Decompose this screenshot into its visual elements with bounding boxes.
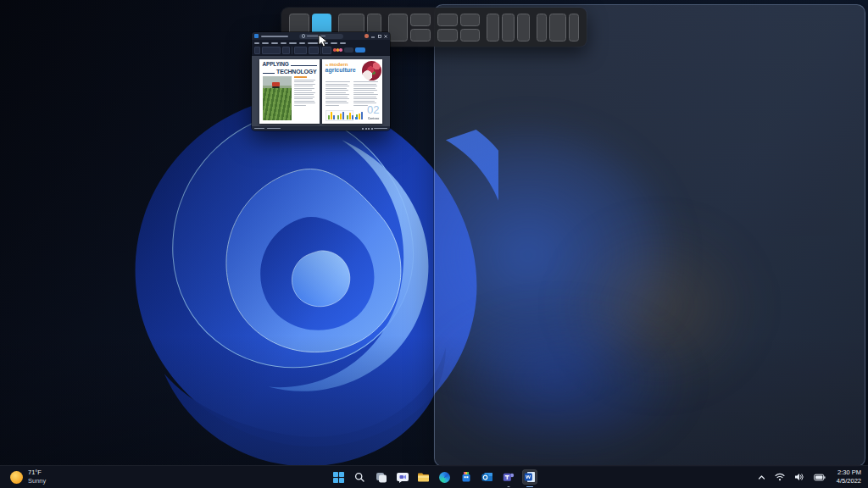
chevron-up-icon [758, 474, 765, 480]
taskbar-chat-button[interactable] [395, 469, 410, 485]
snap-cell-bottom-right[interactable] [460, 29, 481, 42]
page2-column-1-text [326, 81, 352, 107]
tray-volume-button[interactable] [793, 471, 806, 483]
taskbar-teams-button[interactable] [501, 469, 516, 485]
snap-cell-top-left[interactable] [437, 14, 458, 26]
snap-cell-top-right[interactable] [460, 14, 481, 26]
page2-bar-chart [326, 110, 353, 121]
edge-browser-icon [439, 472, 450, 483]
snap-cell-left-third[interactable] [487, 14, 499, 42]
presence-avatar-pink [339, 48, 342, 52]
weather-condition: Sunny [28, 477, 46, 485]
speaker-icon [794, 473, 804, 481]
search-icon [354, 472, 365, 483]
taskbar-file-explorer-button[interactable] [416, 469, 431, 485]
share-button[interactable] [355, 47, 365, 53]
tray-chevron-up-button[interactable] [756, 473, 767, 482]
taskbar-outlook-button[interactable] [480, 469, 495, 485]
taskbar-edge-button[interactable] [437, 469, 453, 485]
taskbar-store-button[interactable] [459, 469, 474, 485]
tray-wifi-button[interactable] [773, 471, 787, 483]
teams-icon [503, 471, 515, 483]
weather-temperature: 71°F [28, 469, 46, 477]
outlook-icon [481, 471, 493, 483]
file-explorer-folder-icon [417, 472, 430, 483]
chat-camera-icon [397, 472, 409, 483]
document-title-text [261, 36, 288, 37]
tractor [272, 82, 280, 86]
contoso-logo-icon [355, 117, 358, 119]
page1-orange-subheading [294, 76, 307, 78]
taskbar: 71°F Sunny [0, 465, 868, 488]
document-page-2: tomodern agriculture 02 Contoso [322, 59, 382, 124]
page1-body-text [294, 80, 317, 106]
taskbar-center-icons [331, 469, 537, 485]
taskbar-start-button[interactable] [331, 469, 347, 485]
snap-cell-narrow-left[interactable] [537, 14, 547, 42]
page1-heading-line1: APPLYING [263, 62, 289, 68]
snap-layout-quadrants[interactable] [437, 14, 480, 42]
snap-cell-top-right-quarter[interactable] [410, 14, 431, 26]
snap-cell-bottom-left[interactable] [437, 29, 458, 42]
snap-layout-three-columns[interactable] [487, 14, 529, 42]
snap-layout-center-priority[interactable] [537, 14, 579, 42]
microsoft-store-icon [460, 471, 472, 483]
task-view-icon [376, 472, 387, 483]
presence-avatar-red [333, 48, 337, 52]
taskbar-search-button[interactable] [353, 469, 368, 485]
teams-running-indicator [507, 486, 509, 488]
tractor-field-photo [263, 76, 292, 120]
snap-cell-center-third[interactable] [502, 14, 515, 42]
page2-kicker: to [326, 64, 328, 67]
account-avatar[interactable] [364, 34, 369, 38]
snap-preview-drop-zone[interactable] [434, 4, 865, 467]
document-canvas[interactable]: APPLYING TECHNOLOGY tomodern [252, 56, 390, 126]
maximize-icon[interactable] [378, 35, 381, 38]
page-number: 02 [355, 105, 379, 115]
clock-date: 4/5/2022 [837, 477, 861, 485]
system-tray: 2:30 PM 4/5/2022 [756, 466, 865, 488]
tray-battery-button[interactable] [812, 472, 827, 483]
word-app-icon [254, 34, 259, 38]
taskbar-task-view-button[interactable] [374, 469, 389, 485]
mouse-cursor [318, 34, 329, 48]
sunny-weather-icon [10, 471, 23, 484]
snap-cell-bottom-right-quarter[interactable] [410, 29, 431, 42]
snap-cell-right-third[interactable] [517, 14, 530, 42]
snap-cell-narrow-right[interactable] [569, 14, 579, 42]
snap-cell-left-half[interactable] [388, 14, 409, 42]
document-page-1: APPLYING TECHNOLOGY [259, 59, 320, 124]
word-status-bar[interactable] [252, 126, 390, 130]
search-icon [302, 34, 306, 38]
page1-heading-line2: TECHNOLOGY [276, 69, 316, 75]
snap-layout-half-plus-quarters[interactable] [388, 14, 431, 42]
berries-circle-photo [362, 61, 381, 80]
contoso-logo-text: Contoso [368, 117, 379, 119]
battery-icon [814, 474, 826, 481]
clock-time: 2:30 PM [837, 469, 861, 477]
close-icon[interactable] [384, 35, 387, 38]
word-active-indicator [526, 486, 533, 488]
wifi-icon [775, 473, 785, 481]
widgets-weather-button[interactable]: 71°F Sunny [6, 466, 50, 488]
windows-logo-icon [333, 472, 344, 483]
word-icon [524, 471, 536, 483]
snap-cell-wide-center[interactable] [549, 14, 566, 42]
clock-date-button[interactable]: 2:30 PM 4/5/2022 [833, 469, 865, 485]
taskbar-word-button-active[interactable] [522, 469, 537, 485]
minimize-icon[interactable] [371, 35, 375, 38]
comments-button[interactable] [344, 47, 353, 53]
